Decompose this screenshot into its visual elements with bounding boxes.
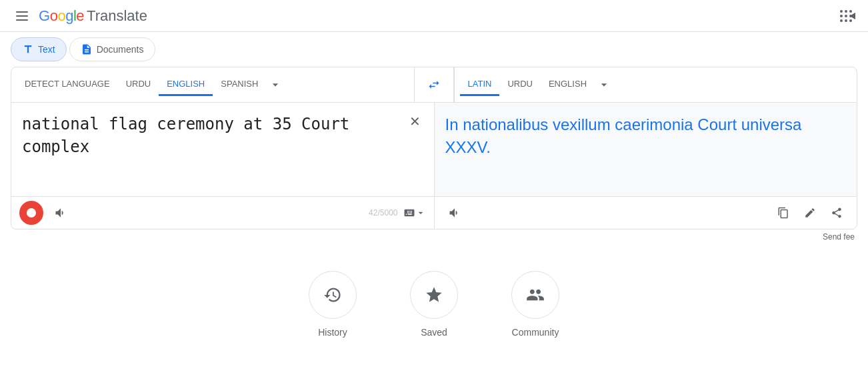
svg-rect-2: [16, 19, 28, 21]
output-panel: In nationalibus vexillum caerimonia Cour…: [434, 103, 857, 196]
logo-google-text: Google: [39, 7, 84, 25]
saved-circle: [410, 271, 458, 319]
tab-text[interactable]: Text: [11, 37, 67, 61]
tab-text-label: Text: [38, 44, 55, 55]
target-lang-chevron[interactable]: [595, 75, 613, 94]
target-english-option[interactable]: ENGLISH: [541, 73, 595, 96]
source-english-option[interactable]: ENGLISH: [159, 73, 213, 96]
history-circle: [309, 271, 357, 319]
keyboard-button[interactable]: [403, 207, 426, 219]
target-urdu-option[interactable]: URDU: [499, 73, 541, 96]
tab-documents-label: Documents: [97, 44, 144, 55]
logo: Google Translate: [39, 7, 147, 25]
history-icon: [323, 286, 342, 304]
char-count: 42/5000: [369, 207, 425, 219]
community-label: Community: [512, 327, 559, 338]
star-icon: [425, 286, 443, 304]
shortcut-saved[interactable]: Saved: [410, 271, 458, 338]
translated-text: In nationalibus vexillum caerimonia Cour…: [445, 113, 847, 167]
document-icon: [81, 43, 93, 55]
edit-button[interactable]: [798, 201, 822, 225]
record-button[interactable]: [19, 201, 43, 225]
source-text-input[interactable]: [22, 113, 423, 181]
output-actions: [771, 201, 849, 225]
header-left: Google Translate: [11, 5, 147, 27]
listen-input-button[interactable]: [49, 201, 73, 225]
source-spanish-option[interactable]: SPANISH: [213, 73, 266, 96]
swap-languages-button[interactable]: [422, 73, 446, 97]
translation-box: DETECT LANGUAGE URDU ENGLISH SPANISH LAT…: [11, 67, 857, 230]
source-lang-chevron[interactable]: [266, 75, 285, 94]
text-icon: [22, 43, 34, 55]
send-feedback[interactable]: Send fee: [0, 230, 868, 244]
input-panel: ✕: [11, 103, 434, 196]
svg-rect-1: [16, 15, 28, 17]
source-urdu-option[interactable]: URDU: [118, 73, 159, 96]
source-lang-bar: DETECT LANGUAGE URDU ENGLISH SPANISH: [11, 67, 414, 102]
mode-tabs: Text Documents: [0, 32, 868, 67]
tab-documents[interactable]: Documents: [69, 37, 155, 61]
output-footer: [434, 197, 857, 229]
saved-label: Saved: [421, 327, 447, 338]
detect-language-option[interactable]: DETECT LANGUAGE: [17, 73, 118, 96]
shortcut-history[interactable]: History: [309, 271, 357, 338]
share-button[interactable]: [825, 201, 849, 225]
target-latin-option[interactable]: LATIN: [460, 73, 500, 96]
clear-button[interactable]: ✕: [405, 111, 426, 132]
swap-section: [414, 67, 454, 102]
listen-output-button[interactable]: [443, 201, 467, 225]
copy-button[interactable]: [771, 201, 795, 225]
history-label: History: [318, 327, 347, 338]
svg-rect-0: [16, 11, 28, 13]
text-panels-row: ✕ In nationalibus vexillum caerimonia Co…: [11, 103, 857, 196]
shortcut-community[interactable]: Community: [511, 271, 559, 338]
logo-translate-text: Translate: [87, 7, 147, 25]
header: Google Translate: [0, 0, 868, 32]
target-lang-bar: LATIN URDU ENGLISH: [454, 67, 857, 102]
lang-bars-row: DETECT LANGUAGE URDU ENGLISH SPANISH LAT…: [11, 67, 857, 103]
char-count-text: 42/5000: [369, 208, 397, 218]
community-circle: [511, 271, 559, 319]
footer-row: 42/5000: [11, 196, 857, 229]
menu-icon[interactable]: [11, 5, 33, 27]
community-icon: [526, 286, 545, 304]
input-footer: 42/5000: [11, 197, 434, 229]
bottom-shortcuts: History Saved Community: [0, 244, 868, 351]
